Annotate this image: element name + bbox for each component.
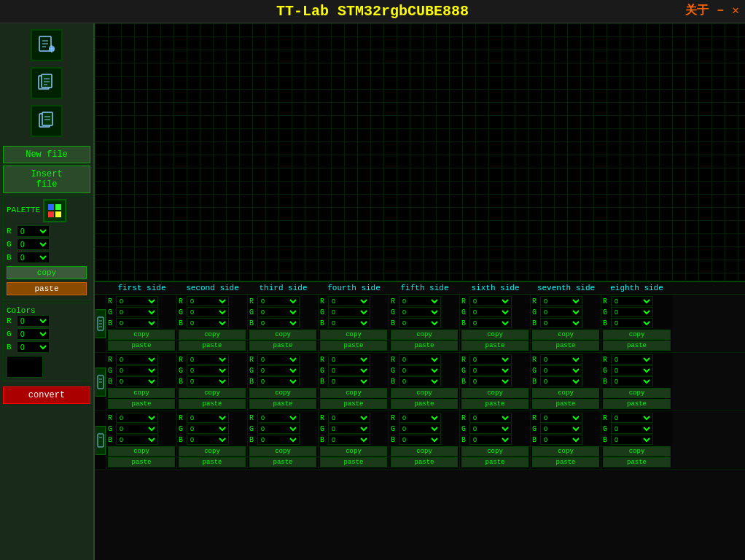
palette-g-select[interactable]: 0123 [17,238,50,250]
b-select[interactable]: 0 [611,376,653,386]
paste-button[interactable]: paste [179,341,246,351]
g-select[interactable]: 0 [257,365,300,376]
r-select[interactable]: 0 [187,354,229,365]
r-select[interactable]: 0 [540,296,582,306]
b-select[interactable]: 0 [328,318,370,328]
r-select[interactable]: 0 [399,413,441,423]
r-select[interactable]: 0 [399,354,441,365]
copy-button[interactable]: copy [249,388,316,398]
copy-button[interactable]: copy [391,388,458,398]
r-select[interactable]: 0 [540,354,582,365]
palette-paste-button[interactable]: paste [7,282,87,295]
b-select[interactable]: 0 [611,435,653,445]
insert-file-icon-btn[interactable] [31,67,63,99]
b-select[interactable]: 0 [469,318,512,328]
palette-color-icon[interactable] [43,199,66,222]
copy-button[interactable]: copy [108,446,175,456]
b-select[interactable]: 0 [469,376,512,386]
palette-b-select[interactable]: 0123 [17,252,50,263]
b-select[interactable]: 01 [116,318,158,328]
g-select[interactable]: 0 [187,424,229,434]
r-select[interactable]: 0 [611,296,653,306]
g-select[interactable]: 0 [399,365,441,376]
copy-button[interactable]: copy [179,388,246,398]
paste-button[interactable]: paste [108,341,175,351]
insert-file-button[interactable]: Insert file [3,166,90,193]
b-select[interactable]: 0 [540,435,582,445]
r-select[interactable]: 0 [187,296,229,306]
b-select[interactable]: 0 [187,435,229,445]
paste-button[interactable]: paste [461,341,528,351]
paste-button[interactable]: paste [249,341,316,351]
g-select[interactable]: 0 [328,307,370,317]
colors-g-select[interactable]: 0123 [17,328,50,340]
copy-button[interactable]: copy [461,388,528,398]
g-select[interactable]: 0 [611,424,653,434]
b-select[interactable]: 0 [187,318,229,328]
b-select[interactable]: 0 [469,435,512,445]
b-select[interactable]: 0 [399,318,441,328]
new-file-button[interactable]: New file [3,146,90,163]
copy-button[interactable]: copy [603,446,671,456]
b-select[interactable]: 0 [116,376,158,386]
copy-button[interactable]: copy [461,330,528,340]
copy-button[interactable]: copy [179,330,246,340]
paste-button[interactable]: paste [179,457,246,467]
g-select[interactable]: 0 [611,365,653,376]
b-select[interactable]: 0 [540,318,582,328]
copy-button[interactable]: copy [603,388,671,398]
g-select[interactable]: 0 [469,307,512,317]
copy-button[interactable]: copy [108,388,175,398]
g-select[interactable]: 0 [328,424,370,434]
r-select[interactable]: 0 [469,296,512,306]
b-select[interactable]: 0 [399,435,441,445]
copy-button[interactable]: copy [391,330,458,340]
copy-button[interactable]: copy [532,446,599,456]
g-select[interactable]: 0 [540,424,582,434]
r-select[interactable]: 0 [116,354,158,365]
g-select[interactable]: 0 [469,365,512,376]
r-select[interactable]: 0 [469,354,512,365]
colors-b-select[interactable]: 0123 [17,341,50,353]
paste-button[interactable]: paste [603,399,671,409]
g-select[interactable]: 0 [540,307,582,317]
r-select[interactable]: 0 [540,413,582,423]
b-select[interactable]: 0 [116,435,158,445]
r-select[interactable]: 0 [611,354,653,365]
r-select[interactable]: 0 [257,413,300,423]
g-select[interactable]: 0 [257,307,300,317]
copy-button[interactable]: copy [108,330,175,340]
paste-button[interactable]: paste [391,457,458,467]
paste-button[interactable]: paste [603,341,671,351]
paste-button[interactable]: paste [603,457,671,467]
b-select[interactable]: 0 [257,318,300,328]
copy-button[interactable]: copy [461,446,528,456]
g-select[interactable]: 0 [116,424,158,434]
copy-button[interactable]: copy [391,446,458,456]
paste-button[interactable]: paste [179,399,246,409]
copy-button[interactable]: copy [179,446,246,456]
r-select[interactable]: 0 [257,296,300,306]
r-select[interactable]: 0 [116,413,158,423]
b-select[interactable]: 0 [540,376,582,386]
b-select[interactable]: 0 [611,318,653,328]
paste-button[interactable]: paste [391,399,458,409]
palette-copy-button[interactable]: copy [7,266,87,279]
g-select[interactable]: 0 [469,424,512,434]
copy-button[interactable]: copy [320,330,387,340]
paste-button[interactable]: paste [532,457,599,467]
paste-button[interactable]: paste [108,457,175,467]
r-select[interactable]: 0 [257,354,300,365]
paste-button[interactable]: paste [461,457,528,467]
close-button[interactable]: ✕ [732,3,739,18]
b-select[interactable]: 0 [187,376,229,386]
copy-button[interactable]: copy [603,330,671,340]
minimize-button[interactable]: － [714,3,726,18]
row-side-icon[interactable] [95,309,106,338]
paste-button[interactable]: paste [532,341,599,351]
paste-button[interactable]: paste [320,399,387,409]
copy-button[interactable]: copy [320,388,387,398]
paste-button[interactable]: paste [108,399,175,409]
g-select[interactable]: 0 [116,365,158,376]
b-select[interactable]: 0 [328,435,370,445]
